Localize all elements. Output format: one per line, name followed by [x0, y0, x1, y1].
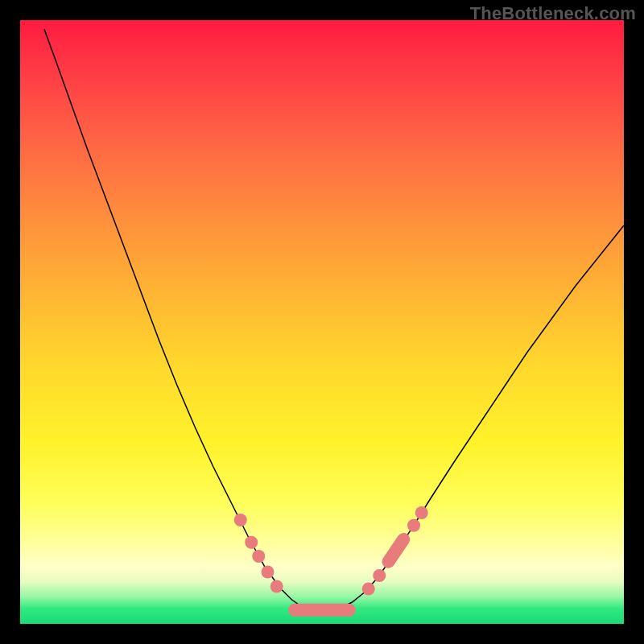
- marker-point: [234, 514, 247, 526]
- marker-point: [373, 569, 386, 582]
- marker-point: [252, 550, 265, 563]
- bottleneck-chart: [20, 20, 624, 624]
- chart-frame: TheBottleneck.com: [0, 0, 644, 644]
- marker-point: [262, 566, 275, 579]
- attribution-text: TheBottleneck.com: [470, 3, 636, 24]
- marker-point: [362, 583, 375, 596]
- marker-point: [245, 536, 258, 549]
- marker-point: [407, 519, 420, 532]
- marker-point: [270, 580, 283, 593]
- gradient-background: [20, 20, 624, 624]
- marker-point: [415, 506, 428, 519]
